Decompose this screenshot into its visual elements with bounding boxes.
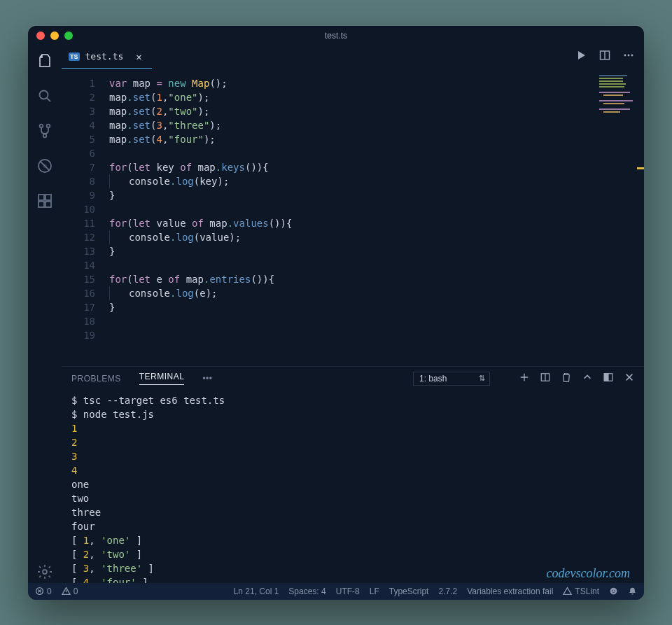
more-actions-icon[interactable] (623, 50, 634, 64)
svg-point-19 (610, 588, 617, 595)
debug-icon[interactable] (36, 157, 53, 177)
split-editor-icon[interactable] (599, 50, 610, 64)
titlebar: test.ts (28, 26, 644, 45)
tab-label: test.ts (85, 51, 124, 62)
status-message[interactable]: Variables extraction fail (467, 587, 553, 596)
svg-rect-9 (46, 202, 51, 207)
search-icon[interactable] (36, 87, 53, 107)
svg-rect-6 (38, 195, 44, 200)
status-language[interactable]: TypeScript (389, 587, 429, 596)
editor-tabbar: TS test.ts ✕ (62, 45, 644, 69)
terminal-selector[interactable]: 1: bash (413, 372, 490, 386)
svg-point-1 (40, 124, 43, 127)
kill-terminal-icon[interactable] (561, 372, 571, 384)
status-bell-icon[interactable] (628, 587, 637, 596)
status-tslint[interactable]: TSLint (563, 587, 599, 596)
svg-rect-7 (46, 195, 51, 200)
status-bar: 0 0 Ln 21, Col 1 Spaces: 4 UTF-8 LF Type… (28, 583, 644, 600)
activity-bar (28, 45, 62, 583)
status-errors[interactable]: 0 (35, 587, 52, 596)
line-number-gutter: 12345678910111213141516171819 (62, 69, 104, 366)
watermark: codevscolor.com (547, 566, 630, 580)
terminal-output[interactable]: $ tsc --target es6 test.ts$ node test.js… (62, 391, 644, 583)
svg-rect-8 (38, 202, 44, 207)
status-eol[interactable]: LF (370, 587, 379, 596)
status-warnings[interactable]: 0 (62, 587, 78, 596)
run-icon[interactable] (575, 50, 587, 64)
maximize-panel-icon[interactable] (603, 372, 613, 384)
source-control-icon[interactable] (36, 122, 53, 142)
typescript-file-icon: TS (69, 52, 80, 61)
status-cursor-position[interactable]: Ln 21, Col 1 (234, 587, 279, 596)
settings-gear-icon[interactable] (36, 563, 53, 583)
svg-point-2 (47, 124, 50, 127)
panel-tab-problems[interactable]: PROBLEMS (71, 374, 121, 384)
explorer-icon[interactable] (36, 52, 53, 72)
tab-test-ts[interactable]: TS test.ts ✕ (62, 45, 152, 69)
window-title: test.ts (28, 31, 644, 41)
svg-point-14 (631, 55, 634, 57)
svg-point-13 (628, 55, 630, 57)
chevron-up-icon[interactable] (582, 372, 592, 384)
svg-point-21 (614, 590, 615, 591)
status-encoding[interactable]: UTF-8 (336, 587, 360, 596)
svg-rect-17 (604, 374, 608, 381)
svg-point-0 (40, 90, 48, 99)
svg-point-5 (43, 164, 47, 168)
bottom-panel: PROBLEMS TERMINAL ••• 1: bash $ (62, 366, 644, 583)
panel-tab-terminal[interactable]: TERMINAL (139, 372, 185, 385)
code-editor[interactable]: 12345678910111213141516171819 var map = … (62, 69, 644, 366)
svg-point-12 (624, 55, 626, 57)
new-terminal-icon[interactable] (519, 372, 529, 384)
svg-point-20 (612, 590, 612, 591)
svg-point-10 (43, 570, 47, 574)
status-indentation[interactable]: Spaces: 4 (288, 587, 326, 596)
close-tab-icon[interactable]: ✕ (136, 51, 141, 62)
overview-ruler-mark (637, 167, 644, 169)
svg-point-3 (43, 134, 47, 137)
split-terminal-icon[interactable] (540, 372, 550, 384)
status-feedback-icon[interactable] (609, 587, 618, 596)
status-ts-version[interactable]: 2.7.2 (438, 587, 457, 596)
vscode-window: test.ts (28, 26, 644, 600)
code-content[interactable]: var map = new Map();map.set(1,"one");map… (104, 69, 644, 366)
minimap[interactable] (596, 73, 640, 129)
close-panel-icon[interactable] (624, 372, 634, 384)
extensions-icon[interactable] (36, 192, 53, 212)
panel-tab-more-icon[interactable]: ••• (202, 374, 212, 384)
